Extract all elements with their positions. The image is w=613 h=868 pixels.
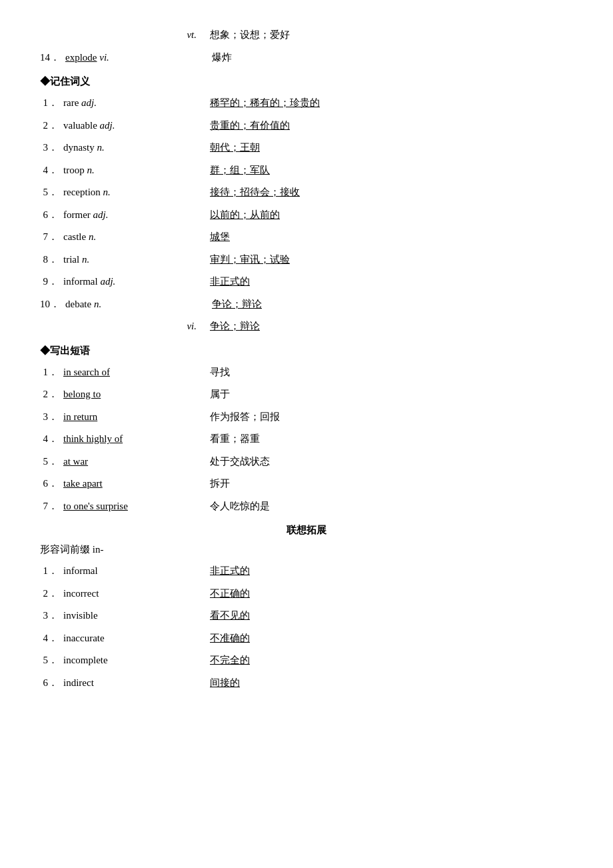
- prefix-entry-6: 6． indirect 间接的: [40, 675, 573, 692]
- vt-row: vt. 想象；设想；爱好: [40, 27, 573, 44]
- prefix-4-term: inaccurate: [63, 630, 210, 647]
- phrase-1-meaning: 寻找: [210, 364, 573, 381]
- prefix-entry-1: 1． informal 非正式的: [40, 563, 573, 580]
- phrase-entry-5: 5． at war 处于交战状态: [40, 453, 573, 471]
- mem-7-num: 7．: [40, 229, 63, 246]
- mem-2-num: 2．: [40, 117, 63, 135]
- phrase-3-meaning: 作为报答；回报: [210, 409, 573, 426]
- mem-1-term: rare adj.: [63, 95, 210, 112]
- mem-3-meaning: 朝代；王朝: [210, 139, 573, 157]
- phrase-6-term: take apart: [63, 475, 210, 493]
- phrase-entry-6: 6． take apart 拆开: [40, 475, 573, 493]
- memorize-entry-9: 9． informal adj. 非正式的: [40, 273, 573, 291]
- memorize-entries-list: 1． rare adj. 稀罕的；稀有的；珍贵的 2． valuable adj…: [40, 95, 573, 335]
- phrase-2-num: 2．: [40, 386, 63, 403]
- prefix-entry-3: 3． invisible 看不见的: [40, 607, 573, 625]
- phrase-5-term: at war: [63, 453, 210, 471]
- phrase-4-term: think highly of: [63, 431, 210, 448]
- mem-2-term: valuable adj.: [63, 117, 210, 135]
- entry-14-meaning: 爆炸: [212, 49, 573, 67]
- memorize-entry-7: 7． castle n. 城堡: [40, 229, 573, 246]
- memorize-entry-8: 8． trial n. 审判；审讯；试验: [40, 251, 573, 269]
- page-content: vt. 想象；设想；爱好 14． explode vi. 爆炸 ◆记住词义 1．…: [40, 27, 573, 691]
- memorize-entry-10: 10． debate n. 争论；辩论: [40, 296, 573, 313]
- mem-7-meaning: 城堡: [210, 229, 573, 246]
- prefix-entry-2: 2． incorrect 不正确的: [40, 585, 573, 603]
- prefix-3-meaning: 看不见的: [210, 607, 573, 625]
- mem-4-term: troop n.: [63, 162, 210, 179]
- phrase-7-meaning: 令人吃惊的是: [210, 498, 573, 515]
- section-phrases-header: ◆写出短语: [40, 345, 573, 357]
- phrase-7-term: to one's surprise: [63, 498, 210, 515]
- phrase-entries-list: 1． in search of 寻找 2． belong to 属于 3． in…: [40, 364, 573, 515]
- phrase-5-meaning: 处于交战状态: [210, 453, 573, 471]
- mem-6-term: former adj.: [63, 207, 210, 224]
- prefix-5-meaning: 不完全的: [210, 652, 573, 669]
- phrase-5-num: 5．: [40, 453, 63, 471]
- section-expand-header: 联想拓展: [40, 524, 573, 537]
- entry-14-number: 14．: [40, 49, 65, 67]
- memorize-entry-6: 6． former adj. 以前的；从前的: [40, 207, 573, 224]
- prefix-6-meaning: 间接的: [210, 675, 573, 692]
- mem-9-term: informal adj.: [63, 273, 210, 291]
- phrase-4-num: 4．: [40, 431, 63, 448]
- debate-vi-meaning: 争论；辩论: [210, 318, 573, 335]
- prefix-6-num: 6．: [40, 675, 63, 692]
- section-memorize-header: ◆记住词义: [40, 75, 573, 88]
- mem-5-term: reception n.: [63, 184, 210, 201]
- mem-8-meaning: 审判；审讯；试验: [210, 251, 573, 269]
- prefix-label: 形容词前缀 in-: [40, 543, 573, 556]
- phrase-3-num: 3．: [40, 409, 63, 426]
- phrase-2-meaning: 属于: [210, 386, 573, 403]
- mem-6-num: 6．: [40, 207, 63, 224]
- mem-10-meaning: 争论；辩论: [212, 296, 573, 313]
- phrase-3-term: in return: [63, 409, 210, 426]
- phrase-2-term: belong to: [63, 386, 210, 403]
- mem-10-num: 10．: [40, 296, 65, 313]
- mem-7-term: castle n.: [63, 229, 210, 246]
- prefix-3-num: 3．: [40, 607, 63, 625]
- prefix-1-term: informal: [63, 563, 210, 580]
- mem-2-meaning: 贵重的；有价值的: [210, 117, 573, 135]
- mem-8-term: trial n.: [63, 251, 210, 269]
- prefix-2-term: incorrect: [63, 585, 210, 603]
- prefix-1-num: 1．: [40, 563, 63, 580]
- phrase-entry-1: 1． in search of 寻找: [40, 364, 573, 381]
- mem-3-term: dynasty n.: [63, 139, 210, 157]
- mem-5-num: 5．: [40, 184, 63, 201]
- mem-9-meaning: 非正式的: [210, 273, 573, 291]
- mem-10-term: debate n.: [65, 296, 212, 313]
- mem-4-num: 4．: [40, 162, 63, 179]
- mem-8-num: 8．: [40, 251, 63, 269]
- mem-1-meaning: 稀罕的；稀有的；珍贵的: [210, 95, 573, 112]
- vt-meaning: 想象；设想；爱好: [210, 27, 573, 44]
- entry-14-pos: vi.: [99, 52, 109, 63]
- prefix-3-term: invisible: [63, 607, 210, 625]
- memorize-entry-3: 3． dynasty n. 朝代；王朝: [40, 139, 573, 157]
- phrase-entry-7: 7． to one's surprise 令人吃惊的是: [40, 498, 573, 515]
- phrase-7-num: 7．: [40, 498, 63, 515]
- phrase-1-num: 1．: [40, 364, 63, 381]
- prefix-5-term: incomplete: [63, 652, 210, 669]
- memorize-entry-5: 5． reception n. 接待；招待会；接收: [40, 184, 573, 201]
- prefix-entry-5: 5． incomplete 不完全的: [40, 652, 573, 669]
- vt-label: vt.: [40, 27, 210, 44]
- entry-14-term-text: explode: [65, 52, 97, 63]
- memorize-entry-2: 2． valuable adj. 贵重的；有价值的: [40, 117, 573, 135]
- mem-4-meaning: 群；组；军队: [210, 162, 573, 179]
- prefix-4-num: 4．: [40, 630, 63, 647]
- debate-vi-label: vi.: [40, 318, 210, 335]
- mem-6-meaning: 以前的；从前的: [210, 207, 573, 224]
- mem-9-num: 9．: [40, 273, 63, 291]
- entry-14: 14． explode vi. 爆炸: [40, 49, 573, 67]
- prefix-entries-list: 1． informal 非正式的 2． incorrect 不正确的 3． in…: [40, 563, 573, 691]
- mem-1-num: 1．: [40, 95, 63, 112]
- prefix-2-num: 2．: [40, 585, 63, 603]
- prefix-5-num: 5．: [40, 652, 63, 669]
- memorize-entry-1: 1． rare adj. 稀罕的；稀有的；珍贵的: [40, 95, 573, 112]
- prefix-2-meaning: 不正确的: [210, 585, 573, 603]
- prefix-entry-4: 4． inaccurate 不准确的: [40, 630, 573, 647]
- phrase-entry-4: 4． think highly of 看重；器重: [40, 431, 573, 448]
- phrase-6-meaning: 拆开: [210, 475, 573, 493]
- memorize-entry-4: 4． troop n. 群；组；军队: [40, 162, 573, 179]
